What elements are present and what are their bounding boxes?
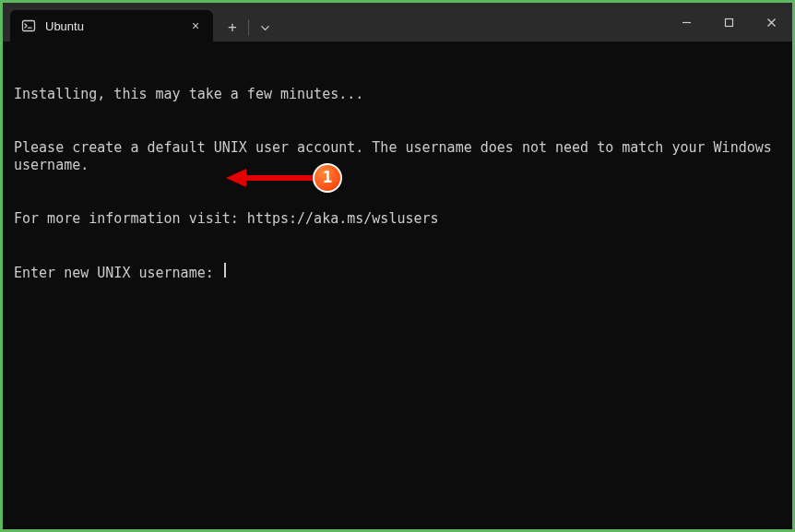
svg-rect-3	[725, 18, 732, 26]
tab-title: Ubuntu	[45, 19, 178, 33]
tab-ubuntu[interactable]: Ubuntu ×	[10, 10, 213, 41]
window-controls	[665, 3, 792, 41]
tab-actions: +	[219, 14, 279, 41]
terminal-window: Ubuntu × +	[3, 3, 792, 529]
tab-dropdown-button[interactable]	[251, 14, 279, 41]
new-tab-button[interactable]: +	[219, 14, 246, 41]
terminal-line: For more information visit: https://aka.…	[14, 210, 781, 228]
terminal-line: Please create a default UNIX user accoun…	[14, 139, 781, 174]
titlebar: Ubuntu × +	[3, 3, 792, 41]
terminal-line: Installing, this may take a few minutes.…	[14, 86, 781, 103]
minimize-button[interactable]	[665, 6, 707, 38]
tab-close-button[interactable]: ×	[187, 18, 204, 34]
terminal-body[interactable]: Installing, this may take a few minutes.…	[3, 41, 792, 529]
maximize-button[interactable]	[707, 6, 750, 38]
prompt-line: Enter new UNIX username:	[14, 263, 781, 282]
terminal-icon	[21, 18, 36, 33]
prompt-text: Enter new UNIX username:	[14, 265, 222, 282]
divider	[248, 19, 249, 36]
text-cursor	[224, 263, 226, 278]
close-window-button[interactable]	[750, 6, 792, 38]
svg-rect-0	[23, 21, 35, 31]
tabs-area: Ubuntu × +	[3, 3, 279, 41]
